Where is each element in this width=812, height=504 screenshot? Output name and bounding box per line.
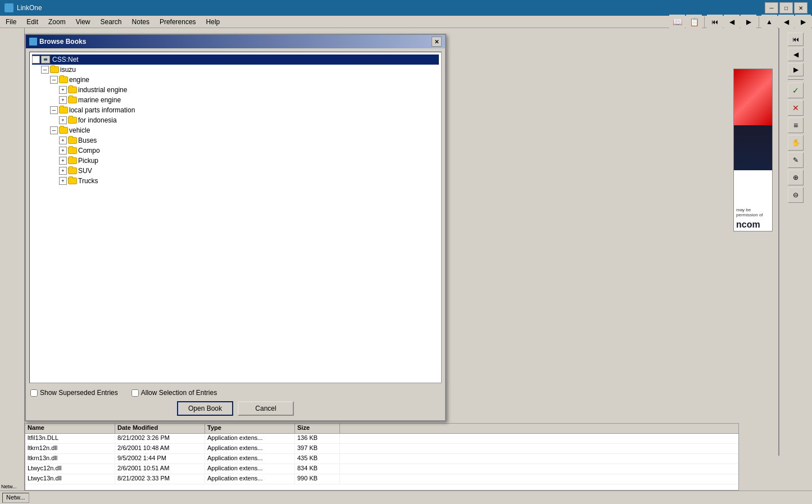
menu-preferences[interactable]: Preferences bbox=[155, 17, 201, 27]
file-name: Ltwyc12n.dll bbox=[25, 464, 115, 474]
toggle-marine[interactable]: + bbox=[59, 96, 67, 104]
folder-icon-local-parts bbox=[59, 106, 68, 114]
tree-node-trucks[interactable]: + Trucks bbox=[32, 176, 439, 186]
file-list-header: Name Date Modified Type Size bbox=[25, 424, 738, 434]
tree-node-vehicle[interactable]: ─ vehicle bbox=[32, 125, 439, 135]
right-action-panel: ⏮ ◀ ▶ ✓ ✕ ≡ ✋ ✎ ⊕ ⊖ bbox=[778, 28, 812, 456]
file-size: 397 KB bbox=[295, 444, 340, 453]
file-size: 435 KB bbox=[295, 454, 340, 464]
file-date: 9/5/2002 1:44 PM bbox=[115, 454, 205, 464]
toggle-industrial[interactable]: + bbox=[59, 86, 67, 94]
col-name: Name bbox=[25, 424, 115, 433]
dialog-close-button[interactable]: ✕ bbox=[432, 37, 442, 47]
file-row[interactable]: Ltwyc12n.dll 2/6/2001 10:51 AM Applicati… bbox=[25, 464, 738, 474]
nav-prev-button[interactable]: ◀ bbox=[788, 48, 804, 61]
toggle-indonesia[interactable]: + bbox=[59, 116, 67, 124]
tree-node-local-parts[interactable]: ─ local parts information bbox=[32, 105, 439, 115]
folder-icon-engine bbox=[59, 76, 68, 84]
tree-node-cssnet[interactable]: ─ 💻 CSS:Net bbox=[32, 55, 439, 65]
minimize-button[interactable]: ─ bbox=[765, 2, 778, 13]
toolbar-back-btn[interactable]: ◀ bbox=[778, 15, 794, 29]
toggle-engine[interactable]: ─ bbox=[50, 76, 58, 84]
toggle-local-parts[interactable]: ─ bbox=[50, 106, 58, 114]
tree-node-pickup[interactable]: + Pickup bbox=[32, 156, 439, 166]
file-date: 2/6/2001 10:48 AM bbox=[115, 444, 205, 453]
toolbar-nav-prev[interactable]: ◀ bbox=[724, 15, 740, 29]
toolbar-nav-next[interactable]: ▶ bbox=[741, 15, 756, 29]
check-button[interactable]: ✓ bbox=[788, 83, 804, 98]
tree-node-indonesia[interactable]: + for indonesia bbox=[32, 115, 439, 125]
folder-icon-indonesia bbox=[68, 116, 77, 124]
folder-icon-marine bbox=[68, 96, 77, 104]
nav-next-button[interactable]: ▶ bbox=[788, 63, 804, 76]
cancel-button[interactable]: Cancel bbox=[238, 401, 294, 416]
menu-file[interactable]: File bbox=[1, 17, 21, 27]
allow-selection-item: Allow Selection of Entries bbox=[131, 389, 217, 397]
file-type: Application extens... bbox=[205, 444, 295, 453]
toolbar-book-icon[interactable]: 📖 bbox=[669, 15, 685, 29]
dialog-bottom: Show Superseded Entries Allow Selection … bbox=[26, 387, 445, 420]
toggle-cssnet[interactable]: ─ bbox=[32, 56, 40, 63]
file-type: Application extens... bbox=[205, 464, 295, 474]
tree-node-isuzu[interactable]: ─ isuzu bbox=[32, 65, 439, 75]
menu-search[interactable]: Search bbox=[96, 17, 126, 27]
toggle-buses[interactable]: + bbox=[59, 137, 67, 144]
toggle-isuzu[interactable]: ─ bbox=[41, 66, 49, 74]
menu-notes[interactable]: Notes bbox=[128, 17, 154, 27]
open-book-button[interactable]: Open Book bbox=[177, 401, 233, 416]
file-row[interactable]: ltfil13n.DLL 8/21/2002 3:26 PM Applicati… bbox=[25, 434, 738, 444]
checkbox-row: Show Superseded Entries Allow Selection … bbox=[30, 389, 441, 397]
zoom-out-button[interactable]: ⊖ bbox=[788, 187, 804, 203]
toolbar-forward-btn[interactable]: ▶ bbox=[795, 15, 811, 29]
text-line1: may be bbox=[736, 207, 751, 212]
toggle-pickup[interactable]: + bbox=[59, 157, 67, 165]
menu-help[interactable]: Help bbox=[202, 17, 225, 27]
maximize-button[interactable]: □ bbox=[779, 2, 793, 13]
toggle-vehicle[interactable]: ─ bbox=[50, 126, 58, 134]
menu-edit[interactable]: Edit bbox=[22, 17, 43, 27]
tree-node-suv[interactable]: + SUV bbox=[32, 166, 439, 176]
label-indonesia: for indonesia bbox=[78, 116, 117, 124]
status-bar: Netw... bbox=[0, 491, 812, 504]
label-trucks: Trucks bbox=[78, 177, 98, 185]
computer-icon-cssnet: 💻 bbox=[41, 56, 50, 63]
show-superseded-checkbox[interactable] bbox=[30, 389, 38, 397]
close-button[interactable]: ✕ bbox=[794, 2, 808, 13]
menu-view[interactable]: View bbox=[71, 17, 95, 27]
list-button[interactable]: ≡ bbox=[788, 117, 804, 133]
dialog-button-row: Open Book Cancel bbox=[30, 401, 441, 416]
label-industrial: industrial engine bbox=[78, 86, 127, 94]
label-marine: marine engine bbox=[78, 96, 121, 104]
menu-zoom[interactable]: Zoom bbox=[44, 17, 70, 27]
toggle-suv[interactable]: + bbox=[59, 167, 67, 175]
toggle-compo[interactable]: + bbox=[59, 147, 67, 155]
cross-button[interactable]: ✕ bbox=[788, 100, 804, 116]
tree-node-buses[interactable]: + Buses bbox=[32, 135, 439, 146]
tree-node-marine[interactable]: + marine engine bbox=[32, 95, 439, 105]
allow-selection-checkbox[interactable] bbox=[131, 389, 139, 397]
toolbar-nav-first[interactable]: ⏮ bbox=[707, 15, 723, 29]
tree-node-compo[interactable]: + Compo bbox=[32, 146, 439, 156]
tree-view[interactable]: ─ 💻 CSS:Net ─ isuzu ─ engine + bbox=[29, 52, 442, 383]
pencil-button[interactable]: ✎ bbox=[788, 152, 804, 168]
left-panel: Netw... bbox=[0, 28, 25, 491]
hand-tool-button[interactable]: ✋ bbox=[788, 135, 804, 151]
show-superseded-item: Show Superseded Entries bbox=[30, 389, 118, 397]
file-row[interactable]: ltkrn12n.dll 2/6/2001 10:48 AM Applicati… bbox=[25, 444, 738, 454]
file-size: 136 KB bbox=[295, 434, 340, 443]
toggle-trucks[interactable]: + bbox=[59, 177, 67, 185]
file-row[interactable]: Ltwyc13n.dll 8/21/2002 3:33 PM Applicati… bbox=[25, 474, 738, 484]
title-bar-left: LinkOne bbox=[4, 3, 42, 12]
file-size: 834 KB bbox=[295, 464, 340, 474]
label-vehicle: vehicle bbox=[69, 126, 90, 134]
tree-node-industrial[interactable]: + industrial engine bbox=[32, 85, 439, 95]
label-buses: Buses bbox=[78, 137, 97, 144]
file-row[interactable]: ltkrn13n.dll 9/5/2002 1:44 PM Applicatio… bbox=[25, 454, 738, 464]
text-line2: permission of bbox=[736, 212, 763, 217]
magnify-button[interactable]: ⊕ bbox=[788, 170, 804, 185]
tree-node-engine[interactable]: ─ engine bbox=[32, 75, 439, 85]
nav-first-button[interactable]: ⏮ bbox=[788, 33, 804, 46]
file-size: 990 KB bbox=[295, 474, 340, 484]
toolbar-list-icon[interactable]: 📋 bbox=[686, 15, 702, 29]
toolbar-up-btn[interactable]: ▲ bbox=[761, 15, 777, 29]
